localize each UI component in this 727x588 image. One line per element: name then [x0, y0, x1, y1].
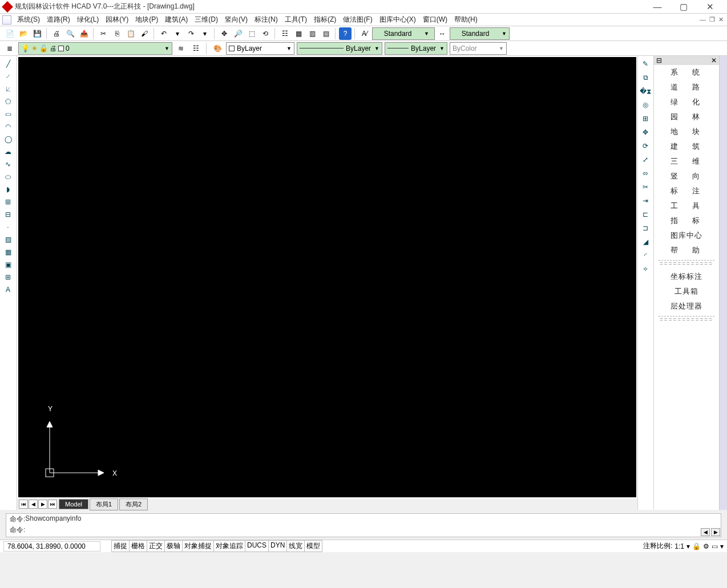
- preview-icon[interactable]: 🔍: [64, 27, 76, 40]
- mdi-minimize-button[interactable]: —: [700, 16, 706, 23]
- menu-8[interactable]: 标注(N): [251, 14, 281, 26]
- move-icon[interactable]: ✥: [639, 127, 652, 138]
- panel-collapse-icon[interactable]: ⊟: [656, 56, 662, 64]
- layer-manager-icon[interactable]: ≣: [3, 42, 16, 55]
- xline-icon[interactable]: ⟋: [1, 71, 15, 82]
- redo-drop-icon[interactable]: ▾: [199, 27, 211, 40]
- arc-icon[interactable]: ◠: [1, 121, 15, 132]
- menu-2[interactable]: 绿化(L): [74, 14, 103, 26]
- status-icon-1[interactable]: 🔒: [692, 542, 701, 550]
- menu-4[interactable]: 地块(P): [132, 14, 161, 26]
- menu-11[interactable]: 做法图(F): [340, 14, 375, 26]
- table-icon[interactable]: ⊞: [1, 271, 15, 283]
- stretch-icon[interactable]: ⬄: [639, 168, 652, 179]
- erase-icon[interactable]: ✎: [639, 58, 652, 70]
- undo-drop-icon[interactable]: ▾: [171, 27, 184, 40]
- panel-item-8[interactable]: 标 注: [654, 184, 719, 198]
- drawing-canvas[interactable]: X Y: [18, 57, 636, 497]
- status-toggle-3[interactable]: 极轴: [164, 540, 183, 552]
- close-button[interactable]: ✕: [702, 2, 718, 12]
- panel-item-7[interactable]: 竖 向: [654, 169, 719, 184]
- status-toggle-2[interactable]: 正交: [147, 540, 165, 552]
- point-icon[interactable]: ·: [1, 221, 15, 233]
- offset-icon[interactable]: ◎: [639, 99, 652, 111]
- spline-icon[interactable]: ∿: [1, 159, 15, 170]
- menu-5[interactable]: 建筑(A): [161, 14, 191, 26]
- status-toggle-0[interactable]: 捕捉: [111, 540, 130, 552]
- textstyle-dropdown[interactable]: Standard▼: [372, 27, 435, 40]
- minimize-button[interactable]: —: [649, 2, 665, 12]
- zoom-prev-icon[interactable]: ⟲: [259, 27, 272, 40]
- panel-item-6[interactable]: 三 维: [654, 154, 719, 169]
- extend-icon[interactable]: ⇥: [639, 195, 652, 206]
- mdi-restore-button[interactable]: ❐: [709, 16, 715, 23]
- line-icon[interactable]: ╱: [1, 58, 15, 70]
- chamfer-icon[interactable]: ◢: [639, 236, 652, 248]
- status-toggle-6[interactable]: DUCS: [245, 540, 269, 552]
- status-toggle-9[interactable]: 模型: [304, 540, 322, 552]
- hatch-icon[interactable]: ▨: [1, 234, 15, 245]
- new-icon[interactable]: 📄: [3, 27, 16, 40]
- dimstyle-dropdown[interactable]: Standard▼: [450, 27, 510, 40]
- panel-close-icon[interactable]: ✕: [711, 56, 717, 64]
- fillet-icon[interactable]: ◜: [639, 250, 652, 261]
- menu-13[interactable]: 窗口(W): [419, 14, 451, 26]
- save-icon[interactable]: 💾: [31, 27, 43, 40]
- tab-layout1[interactable]: 布局1: [90, 498, 118, 510]
- revcloud-icon[interactable]: ☁: [1, 146, 15, 157]
- rectangle-icon[interactable]: ▭: [1, 108, 15, 120]
- copy-icon[interactable]: ⎘: [111, 27, 123, 40]
- menu-0[interactable]: 系统(S): [14, 14, 43, 26]
- menu-12[interactable]: 图库中心(X): [376, 14, 419, 26]
- tab-last-button[interactable]: ⏭: [48, 500, 57, 509]
- undo-icon[interactable]: ↶: [157, 27, 170, 40]
- panel-item-12[interactable]: 帮 助: [654, 243, 719, 258]
- status-icon-2[interactable]: ⚙: [703, 542, 709, 550]
- open-icon[interactable]: 📂: [17, 27, 30, 40]
- lineweight-dropdown[interactable]: ByLayer ▼: [385, 42, 447, 55]
- status-toggle-7[interactable]: DYN: [268, 540, 287, 552]
- maximize-button[interactable]: ▢: [676, 2, 692, 12]
- polyline-icon[interactable]: ⟀: [1, 83, 15, 95]
- status-icon-3[interactable]: ▭: [712, 542, 718, 550]
- mirror-icon[interactable]: �⧗: [639, 86, 652, 97]
- menu-1[interactable]: 道路(R): [43, 14, 74, 26]
- status-toggle-1[interactable]: 栅格: [129, 540, 147, 552]
- anno-value[interactable]: 1:1: [675, 542, 684, 550]
- menu-10[interactable]: 指标(Z): [310, 14, 340, 26]
- zoom-rt-icon[interactable]: 🔎: [232, 27, 244, 40]
- make-block-icon[interactable]: ⊟: [1, 209, 15, 220]
- panel-item-5[interactable]: 建 筑: [654, 139, 719, 154]
- sheet-set-icon[interactable]: ▤: [320, 27, 332, 40]
- status-icon-4[interactable]: ▾: [720, 542, 724, 550]
- panel-item2-2[interactable]: 层处理器: [654, 299, 719, 314]
- plotstyle-dropdown[interactable]: ByColor ▼: [450, 42, 507, 55]
- tab-prev-button[interactable]: ◀: [29, 500, 38, 509]
- tab-first-button[interactable]: ⏮: [19, 500, 28, 509]
- menu-14[interactable]: 帮助(H): [451, 14, 481, 26]
- insert-block-icon[interactable]: ⊞: [1, 196, 15, 208]
- mtext-icon[interactable]: A: [1, 284, 15, 295]
- menu-7[interactable]: 竖向(V): [221, 14, 251, 26]
- menu-9[interactable]: 工具(T): [281, 14, 310, 26]
- trim-icon[interactable]: ✂: [639, 181, 652, 193]
- publish-icon[interactable]: 📤: [78, 27, 90, 40]
- design-center-icon[interactable]: ▦: [292, 27, 305, 40]
- panel-item2-0[interactable]: 坐标标注: [654, 269, 719, 284]
- tab-layout2[interactable]: 布局2: [119, 498, 148, 510]
- mdi-close-button[interactable]: ✕: [718, 16, 724, 23]
- rotate-icon[interactable]: ⟳: [639, 140, 652, 152]
- cmd-scroll-right[interactable]: ▶: [711, 528, 720, 536]
- status-toggle-8[interactable]: 线宽: [286, 540, 305, 552]
- explode-icon[interactable]: ✧: [639, 263, 652, 275]
- ellipse-icon[interactable]: ⬭: [1, 171, 15, 183]
- panel-item-9[interactable]: 工 具: [654, 198, 719, 213]
- dimstyle-icon[interactable]: ↔: [436, 27, 449, 40]
- zoom-win-icon[interactable]: ⬚: [245, 27, 258, 40]
- circle-icon[interactable]: ◯: [1, 133, 15, 145]
- break-icon[interactable]: ⊏: [639, 209, 652, 220]
- help-icon[interactable]: ?: [339, 27, 352, 40]
- properties-icon[interactable]: ☷: [278, 27, 291, 40]
- match-icon[interactable]: 🖌: [138, 27, 151, 40]
- panel-item-4[interactable]: 地 块: [654, 124, 719, 139]
